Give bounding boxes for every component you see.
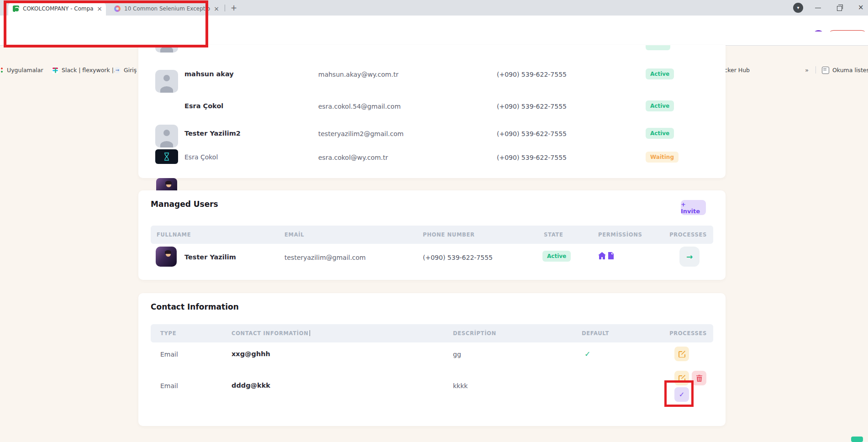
screen: COKOLCOMPANY - Company De × 10 Common Se… <box>0 0 868 442</box>
avatar <box>155 70 178 93</box>
contact-table-header: TYPE CONTACT INFORMATİON DESCRİPTİON DEF… <box>151 324 713 342</box>
hourglass-graphic <box>163 153 170 161</box>
managed-user-name: Tester Yazilim <box>184 253 236 261</box>
contact-information-card: Contact Information TYPE CONTACT INFORMA… <box>138 293 726 426</box>
avatar <box>155 125 178 147</box>
status-badge: Active <box>646 128 674 139</box>
default-check-icon: ✓ <box>584 350 590 358</box>
edit-pencil-icon <box>679 351 685 358</box>
company-users-card: mahsun akay mahsun.akay@wy.com.tr (+090)… <box>138 45 726 178</box>
col-fullname: FULLNAME <box>157 232 191 238</box>
chat-widget-chip[interactable] <box>851 437 863 442</box>
status-badge: Waiting <box>646 152 679 163</box>
slack-icon <box>52 67 58 74</box>
selenium-tab-favicon <box>114 5 121 12</box>
avatar <box>155 45 178 53</box>
arrow-icon: → <box>114 67 121 74</box>
managed-user-phone: (+090) 539-622-7555 <box>423 254 493 261</box>
bookmarks-overflow-button[interactable]: » <box>805 66 809 74</box>
col-state: STATE <box>544 232 563 238</box>
bookmarks-bar: Uygulamalar Slack | flexywork |... → Gir… <box>0 32 868 46</box>
user-phone: (+090) 539-622-7555 <box>497 154 567 161</box>
window-restore-button[interactable] <box>837 6 842 11</box>
bookmark-label: Slack | flexywork |... <box>62 67 119 74</box>
col-default: DEFAULT <box>582 330 609 337</box>
status-badge <box>646 45 670 50</box>
user-name: Tester Yazilim2 <box>184 130 241 137</box>
user-email: mahsun.akay@wy.com.tr <box>318 71 399 78</box>
bookmark-apps[interactable]: Uygulamalar <box>0 66 43 74</box>
tab-selenium-exceptions[interactable]: 10 Common Selenium Exceptions × <box>110 2 223 16</box>
trash-icon <box>696 375 702 382</box>
bookmark-slack[interactable]: Slack | flexywork |... <box>52 66 119 74</box>
section-title: Contact Information <box>151 302 239 311</box>
window-close-button[interactable]: × <box>858 3 864 11</box>
user-name: Esra Çokol <box>184 153 218 161</box>
open-managed-user-button[interactable]: → <box>679 247 700 267</box>
tab-close-icon[interactable]: × <box>97 5 102 12</box>
user-email: testeryazilim2@gmail.com <box>318 130 404 137</box>
user-phone: (+090) 539-622-7555 <box>497 71 567 78</box>
contact-type: Email <box>160 351 178 358</box>
user-phone: (+090) 539-622-7555 <box>497 130 567 137</box>
status-badge: Active <box>646 68 674 79</box>
new-tab-button[interactable]: + <box>231 4 237 12</box>
user-name: Esra Çokol <box>184 102 223 110</box>
company-tab-favicon <box>13 5 19 12</box>
apps-grid-icon <box>0 67 4 74</box>
tab-company-detail[interactable]: COKOLCOMPANY - Company De × <box>8 2 106 16</box>
avatar <box>155 149 178 164</box>
col-permissions: PERMİSSİONS <box>598 232 642 238</box>
managed-users-card: Managed Users + Invite FULLNAME EMAİL PH… <box>138 190 726 280</box>
reading-list-label: Okuma listesi <box>832 67 868 74</box>
edit-pencil-icon <box>679 375 685 382</box>
contact-type: Email <box>160 382 178 389</box>
chevrons-icon: » <box>805 67 809 74</box>
tab-close-icon[interactable]: × <box>214 5 219 12</box>
media-controls-button[interactable]: ▾ <box>793 3 803 13</box>
col-contact-label: CONTACT INFORMATİON <box>231 330 309 337</box>
tab-title: 10 Common Selenium Exceptions <box>124 5 210 12</box>
section-title: Managed Users <box>151 200 218 209</box>
avatar <box>156 247 177 267</box>
managed-users-table-header: FULLNAME EMAİL PHONE NUMBER STATE PERMİS… <box>151 226 713 244</box>
user-phone: (+090) 539-622-7555 <box>497 103 567 110</box>
col-phone: PHONE NUMBER <box>423 232 475 238</box>
invite-button[interactable]: + Invite <box>681 200 706 215</box>
status-badge: Active <box>646 100 674 111</box>
managed-user-email: testeryazilim@gmail.com <box>284 254 366 261</box>
user-name: mahsun akay <box>184 70 234 78</box>
reading-list-button[interactable]: Okuma listesi <box>822 66 868 74</box>
col-processes: PROCESSES <box>669 330 707 337</box>
user-email: esra.cokol@wy.com.tr <box>318 154 388 161</box>
contact-value: dddg@kkk <box>231 382 270 389</box>
tab-divider <box>225 5 225 11</box>
contact-description: kkkk <box>453 382 468 389</box>
reading-list-icon <box>822 67 829 74</box>
col-contact-information: CONTACT INFORMATİON <box>231 330 310 337</box>
col-description: DESCRİPTİON <box>453 330 496 337</box>
contact-description: gg <box>453 351 461 358</box>
status-badge: Active <box>542 251 571 262</box>
window-minimize-button[interactable] <box>815 8 821 8</box>
bookmarks-separator <box>815 66 816 74</box>
col-processes: PROCESSES <box>669 232 707 238</box>
text-caret <box>310 330 310 336</box>
bookmark-label: Uygulamalar <box>7 67 43 74</box>
browser-toolbar: ← → ↻ testportal.kiraci.app/managercompa… <box>0 16 868 32</box>
confirm-contact-button[interactable]: ✓ <box>674 387 689 402</box>
contact-value: xxg@ghhh <box>231 350 270 358</box>
col-email: EMAİL <box>284 232 304 238</box>
tab-strip: COKOLCOMPANY - Company De × 10 Common Se… <box>0 0 868 16</box>
col-type: TYPE <box>160 330 176 337</box>
user-email: esra.cokol.54@gmail.com <box>318 103 401 110</box>
delete-contact-button[interactable] <box>692 371 706 385</box>
edit-contact-button[interactable] <box>674 371 689 385</box>
tab-title: COKOLCOMPANY - Company De <box>23 5 93 12</box>
edit-contact-button[interactable] <box>674 347 689 361</box>
permission-document-icon <box>608 252 614 261</box>
permission-home-icon <box>598 252 606 261</box>
